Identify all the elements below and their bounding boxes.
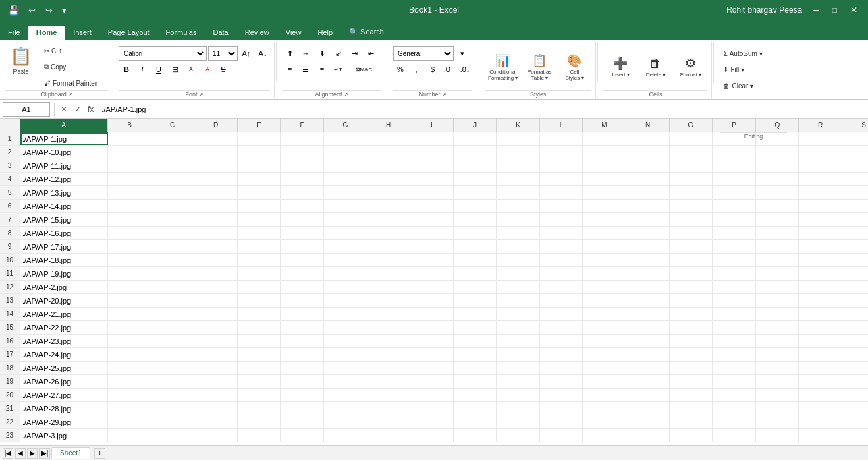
cell-q11[interactable] [756,267,799,280]
cell-b23[interactable] [108,429,151,442]
cell-b16[interactable] [108,335,151,347]
col-header-b[interactable]: B [108,119,151,132]
cell-c11[interactable] [151,267,194,280]
format-as-table-button[interactable]: 📋 Format asTable ▾ [522,47,556,87]
outdent-button[interactable]: ⇤ [363,46,378,61]
cell-m11[interactable] [583,267,626,280]
cell-d12[interactable] [194,281,238,293]
cell-l20[interactable] [540,389,583,401]
cell-d4[interactable] [194,173,238,185]
cell-a9[interactable]: ./AP/AP-17.jpg [20,240,108,253]
cell-p2[interactable] [713,146,756,159]
cell-h20[interactable] [367,389,410,401]
cell-f17[interactable] [281,348,324,361]
cell-k7[interactable] [497,213,540,226]
cell-n20[interactable] [626,389,670,401]
cell-r10[interactable] [799,254,842,266]
cell-q1[interactable] [756,132,799,145]
cell-m4[interactable] [583,173,626,185]
cell-a19[interactable]: ./AP/AP-26.jpg [20,375,108,388]
cell-c3[interactable] [151,159,194,172]
cell-a13[interactable]: ./AP/AP-20.jpg [20,294,108,307]
cell-o9[interactable] [670,240,713,253]
cell-c12[interactable] [151,281,194,293]
cell-f9[interactable] [281,240,324,253]
cell-p6[interactable] [713,200,756,212]
cell-a6[interactable]: ./AP/AP-14.jpg [20,200,108,212]
cell-o12[interactable] [670,281,713,293]
cell-m8[interactable] [583,227,626,239]
cell-f1[interactable] [281,132,324,145]
cell-g4[interactable] [324,173,367,185]
cell-o6[interactable] [670,200,713,212]
cell-o21[interactable] [670,402,713,415]
cell-q17[interactable] [756,348,799,361]
cell-n16[interactable] [626,335,670,347]
cell-l2[interactable] [540,146,583,159]
cell-a17[interactable]: ./AP/AP-24.jpg [20,348,108,361]
cell-d6[interactable] [194,200,238,212]
cell-s19[interactable] [842,375,868,388]
cell-i12[interactable] [410,281,454,293]
cell-j17[interactable] [454,348,497,361]
cell-b19[interactable] [108,375,151,388]
cell-n22[interactable] [626,415,670,428]
cell-c21[interactable] [151,402,194,415]
cell-e12[interactable] [238,281,281,293]
cell-k22[interactable] [497,415,540,428]
cell-l15[interactable] [540,321,583,334]
cell-e11[interactable] [238,267,281,280]
font-expander[interactable]: ↗ [199,92,204,98]
cell-k2[interactable] [497,146,540,159]
cell-d15[interactable] [194,321,238,334]
row-number[interactable]: 10 [0,254,20,266]
cell-m2[interactable] [583,146,626,159]
cell-q8[interactable] [756,227,799,239]
cell-f22[interactable] [281,415,324,428]
cell-g16[interactable] [324,335,367,347]
cell-f18[interactable] [281,362,324,374]
cell-j23[interactable] [454,429,497,442]
cell-o3[interactable] [670,159,713,172]
cell-l9[interactable] [540,240,583,253]
cell-k16[interactable] [497,335,540,347]
cell-c19[interactable] [151,375,194,388]
cell-m10[interactable] [583,254,626,266]
cell-o18[interactable] [670,362,713,374]
align-left-button[interactable]: ≡ [282,62,297,77]
cell-n19[interactable] [626,375,670,388]
cell-n5[interactable] [626,186,670,199]
cell-f3[interactable] [281,159,324,172]
cell-s23[interactable] [842,429,868,442]
cell-l18[interactable] [540,362,583,374]
cell-g3[interactable] [324,159,367,172]
cell-i21[interactable] [410,402,454,415]
cell-i16[interactable] [410,335,454,347]
undo-button[interactable]: ↩ [26,4,38,17]
cell-i9[interactable] [410,240,454,253]
cell-h3[interactable] [367,159,410,172]
number-expander[interactable]: ↗ [442,92,447,98]
customize-qat-button[interactable]: ▾ [59,4,70,17]
cell-j9[interactable] [454,240,497,253]
cell-j1[interactable] [454,132,497,145]
sheet-tab-sheet1[interactable]: Sheet1 [51,447,90,459]
cell-s13[interactable] [842,294,868,307]
cell-p23[interactable] [713,429,756,442]
cell-b18[interactable] [108,362,151,374]
cell-r8[interactable] [799,227,842,239]
cell-d14[interactable] [194,308,238,320]
col-header-p[interactable]: P [713,119,756,132]
cell-o16[interactable] [670,335,713,347]
cell-p12[interactable] [713,281,756,293]
cell-a10[interactable]: ./AP/AP-18.jpg [20,254,108,266]
col-header-s[interactable]: S [842,119,868,132]
cell-r18[interactable] [799,362,842,374]
cell-b1[interactable] [108,132,151,145]
row-number[interactable]: 20 [0,389,20,401]
cell-e6[interactable] [238,200,281,212]
cell-o17[interactable] [670,348,713,361]
cell-p15[interactable] [713,321,756,334]
row-number[interactable]: 7 [0,213,20,226]
copy-button[interactable]: ⧉ Copy [40,59,108,74]
